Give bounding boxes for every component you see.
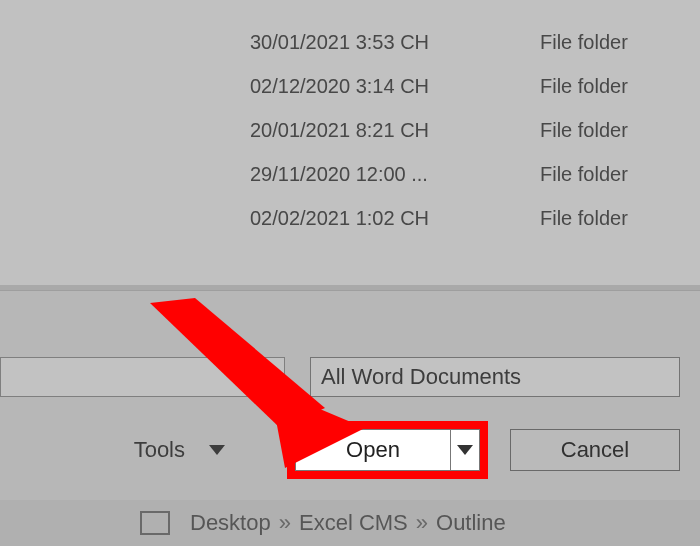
table-row[interactable]: 20/01/2021 8:21 CH File folder: [0, 108, 700, 152]
open-split-button[interactable]: [450, 429, 480, 471]
cancel-button[interactable]: Cancel: [510, 429, 680, 471]
file-type: File folder: [510, 31, 628, 54]
breadcrumb-seg[interactable]: Desktop: [190, 510, 271, 536]
breadcrumb: Desktop » Excel CMS » Outline: [0, 500, 700, 546]
file-date: 20/01/2021 8:21 CH: [0, 119, 510, 142]
breadcrumb-seg[interactable]: Excel CMS: [299, 510, 408, 536]
file-type: File folder: [510, 163, 628, 186]
tools-label: Tools: [134, 437, 185, 463]
table-row[interactable]: 02/02/2021 1:02 CH File folder: [0, 196, 700, 240]
file-date: 02/12/2020 3:14 CH: [0, 75, 510, 98]
filename-input[interactable]: [0, 357, 285, 397]
file-type: File folder: [510, 75, 628, 98]
file-date: 02/02/2021 1:02 CH: [0, 207, 510, 230]
file-date: 29/11/2020 12:00 ...: [0, 163, 510, 186]
folder-icon: [140, 511, 170, 535]
open-button-label: Open: [346, 437, 400, 463]
table-row[interactable]: 02/12/2020 3:14 CH File folder: [0, 64, 700, 108]
file-type-filter[interactable]: All Word Documents: [310, 357, 680, 397]
dialog-footer: All Word Documents Tools Open Cancel: [0, 290, 700, 500]
file-type-filter-label: All Word Documents: [321, 364, 521, 390]
chevron-down-icon: [457, 445, 473, 455]
tools-menu[interactable]: Tools: [134, 437, 225, 463]
file-list: 30/01/2021 3:53 CH File folder 02/12/202…: [0, 0, 700, 285]
breadcrumb-sep: »: [416, 510, 428, 536]
cancel-button-label: Cancel: [561, 437, 629, 463]
file-type: File folder: [510, 119, 628, 142]
breadcrumb-sep: »: [279, 510, 291, 536]
file-date: 30/01/2021 3:53 CH: [0, 31, 510, 54]
table-row[interactable]: 30/01/2021 3:53 CH File folder: [0, 20, 700, 64]
chevron-down-icon: [209, 445, 225, 455]
breadcrumb-seg[interactable]: Outline: [436, 510, 506, 536]
open-button[interactable]: Open: [295, 429, 450, 471]
table-row[interactable]: 29/11/2020 12:00 ... File folder: [0, 152, 700, 196]
file-type: File folder: [510, 207, 628, 230]
open-button-group: Open: [295, 429, 480, 471]
